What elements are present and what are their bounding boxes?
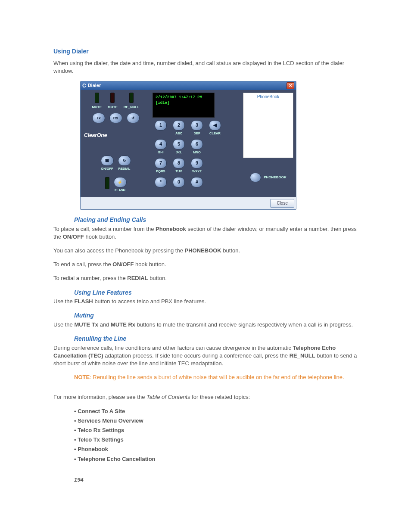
phonebook-button[interactable]: [250, 173, 261, 182]
keypad-label: MNO: [193, 150, 201, 155]
placing-p2: You can also access the Phonebook by pre…: [53, 247, 364, 255]
topic-item: Telephone Echo Cancellation: [74, 455, 364, 463]
placing-p4: To redial a number, press the REDIAL but…: [53, 274, 364, 282]
keypad-key-8[interactable]: 8: [173, 158, 185, 168]
mute-led-label-1: MUTE: [92, 105, 102, 109]
brand-logo: ClearOne: [84, 132, 147, 139]
redial-button[interactable]: ↻: [118, 156, 131, 166]
keypad-key-1[interactable]: 1: [155, 120, 167, 131]
keypad-key-4[interactable]: 4: [155, 139, 167, 149]
muting-p1: Use the MUTE Tx and MUTE Rx buttons to m…: [53, 321, 364, 329]
note-block: NOTE: Renulling the line sends a burst o…: [74, 373, 364, 381]
keypad-label: WXYZ: [192, 169, 202, 174]
mute-led-label-2: MUTE: [108, 105, 118, 109]
keypad-key-6[interactable]: 6: [191, 139, 203, 149]
keypad-key-3[interactable]: 3: [191, 120, 203, 131]
subheading-muting: Muting: [74, 311, 364, 320]
more-info: For more information, please see the Tab…: [53, 393, 364, 401]
placing-p1: To place a call, select a number from th…: [53, 225, 364, 241]
keypad: 12ABC3DEF◀CLEAR4GHI5JKL6MNO7PQRS8TUV9WXY…: [153, 120, 239, 194]
lcd-display: 2/12/2007 1:47:17 PM [idle]: [153, 93, 215, 118]
flash-label: FLASH: [115, 188, 125, 193]
dialer-window: C Dialer ✕ MUTE MUTE RE_NULL Tx Rx ↺ Cle…: [80, 81, 296, 210]
keypad-key-*[interactable]: *: [155, 177, 167, 187]
mute-rx-button[interactable]: Rx: [109, 113, 122, 123]
topic-item: Services Menu Overview: [74, 417, 364, 425]
renull-button[interactable]: ↺: [127, 113, 140, 123]
phonebook-button-label: PHONEBOOK: [264, 175, 286, 180]
lcd-line-1: 2/12/2007 1:47:17 PM: [156, 95, 212, 100]
renull-p1: During conference calls, line conditions…: [53, 344, 364, 368]
window-title: Dialer: [88, 82, 286, 89]
close-icon[interactable]: ✕: [286, 82, 294, 89]
subheading-placing: Placing and Ending Calls: [74, 216, 364, 224]
mute-tx-button[interactable]: Tx: [92, 113, 105, 123]
topics-list: Connect To A SiteServices Menu OverviewT…: [74, 408, 364, 463]
keypad-label: ABC: [175, 131, 182, 136]
onoff-label: ON/OFF: [101, 167, 113, 171]
keypad-label: TUV: [176, 169, 182, 174]
close-button[interactable]: Close: [270, 199, 294, 208]
subheading-renull: Renulling the Line: [74, 335, 364, 343]
flash-button[interactable]: ⚡: [114, 177, 127, 187]
lcd-line-2: [idle]: [156, 100, 212, 106]
section-heading: Using Dialer: [53, 47, 364, 56]
phonebook-title: PhoneBook: [243, 93, 293, 101]
placing-p3: To end a call, press the ON/OFF hook but…: [53, 261, 364, 268]
keypad-label: GHI: [158, 150, 163, 155]
topic-item: Telco Rx Settings: [74, 426, 364, 434]
keypad-key-5[interactable]: 5: [173, 139, 185, 149]
line-p1: Use the FLASH button to access telco and…: [53, 298, 364, 305]
phonebook-list[interactable]: PhoneBook: [243, 93, 293, 158]
page-number: 194: [74, 476, 364, 484]
keypad-label: DEF: [194, 131, 200, 136]
keypad-key-9[interactable]: 9: [191, 158, 203, 168]
keypad-key-#[interactable]: #: [191, 177, 203, 187]
keypad-key-0[interactable]: 0: [173, 177, 185, 187]
keypad-key-◀[interactable]: ◀: [209, 120, 221, 131]
topic-item: Telco Tx Settings: [74, 436, 364, 444]
subheading-line: Using Line Features: [74, 289, 364, 297]
topic-item: Connect To A Site: [74, 408, 364, 415]
app-icon: C: [82, 82, 86, 90]
keypad-key-7[interactable]: 7: [155, 158, 167, 168]
titlebar: C Dialer ✕: [81, 81, 296, 90]
renull-led-label: RE_NULL: [124, 105, 140, 109]
intro-paragraph: When using the dialer, the date and time…: [53, 59, 364, 75]
onoff-button[interactable]: ☎: [101, 156, 114, 166]
keypad-label: CLEAR: [209, 131, 221, 136]
keypad-label: PQRS: [156, 169, 165, 174]
topic-item: Phonebook: [74, 445, 364, 453]
redial-label: REDIAL: [118, 167, 131, 171]
keypad-key-2[interactable]: 2: [173, 120, 185, 131]
keypad-label: JKL: [176, 150, 182, 155]
